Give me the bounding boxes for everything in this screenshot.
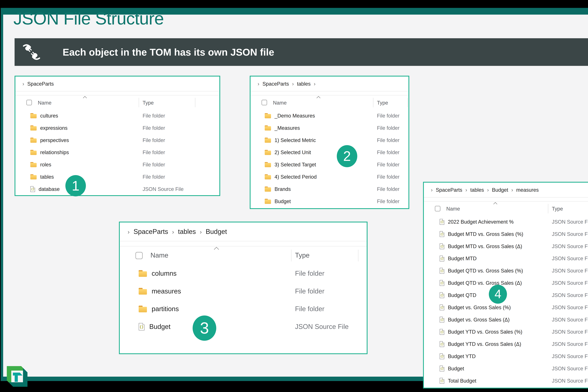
file-row[interactable]: expressionsFile folder <box>15 122 219 134</box>
file-row[interactable]: Budget vs. Gross Sales (Δ)JSON Source Fi… <box>424 314 588 326</box>
json-file-icon <box>440 304 444 310</box>
column-header-name[interactable]: Name <box>446 206 460 212</box>
breadcrumb-item[interactable]: tables <box>297 81 311 87</box>
column-divider[interactable] <box>139 98 139 107</box>
file-row[interactable]: Budget YTD vs. Gross Sales (%)JSON Sourc… <box>424 326 588 338</box>
sort-ascending-icon[interactable] <box>493 202 497 206</box>
file-type: JSON Source File <box>552 243 588 249</box>
tabular-editor-logo <box>5 365 29 388</box>
breadcrumb-item[interactable]: Budget <box>206 228 227 236</box>
column-header-row: Name Type <box>120 246 367 264</box>
file-row[interactable]: BudgetJSON Source File <box>424 362 588 375</box>
file-row[interactable]: Budget MTD vs. Gross Sales (%)JSON Sourc… <box>424 228 588 240</box>
json-file-icon <box>440 341 444 347</box>
file-row[interactable]: Budget YTD vs. Gross Sales (Δ)JSON Sourc… <box>424 338 588 350</box>
breadcrumb-item[interactable]: SpaceParts <box>436 187 462 193</box>
column-divider[interactable] <box>358 250 359 262</box>
file-row[interactable]: 1) Selected MetricFile folder <box>250 134 408 146</box>
file-row[interactable]: culturesFile folder <box>15 110 219 122</box>
file-row[interactable]: columnsFile folder <box>120 264 367 282</box>
folder-icon <box>30 162 37 167</box>
file-name: cultures <box>40 113 58 119</box>
breadcrumb-item[interactable]: Budget <box>492 187 508 193</box>
file-row[interactable]: relationshipsFile folder <box>15 146 219 158</box>
json-file-icon <box>440 292 444 298</box>
file-row[interactable]: Total BudgetJSON Source File <box>424 375 588 387</box>
file-row[interactable]: _Demo MeasuresFile folder <box>250 110 408 122</box>
file-row[interactable]: databaseJSON Source File <box>15 183 219 195</box>
file-name: partitions <box>152 305 179 313</box>
file-row[interactable]: BudgetFile folder <box>250 195 408 208</box>
file-type: JSON Source File <box>552 280 588 286</box>
file-row[interactable]: rolesFile folder <box>15 158 219 171</box>
file-row[interactable]: Budget YTDJSON Source File <box>424 350 588 362</box>
file-name: Budget QTD vs. Gross Sales (Δ) <box>448 280 522 286</box>
breadcrumb-item[interactable]: tables <box>470 187 484 193</box>
file-name: Budget QTD <box>448 292 476 298</box>
column-divider[interactable] <box>291 250 291 262</box>
chevron-right-icon: › <box>172 228 174 235</box>
file-type: JSON Source File <box>552 292 588 298</box>
chevron-right-icon: › <box>128 228 130 235</box>
file-name: Budget <box>448 366 464 372</box>
explorer-panel-measures: ›SpaceParts›tables›Budget›measures Name … <box>423 182 588 388</box>
breadcrumb-item[interactable]: SpaceParts <box>262 81 289 87</box>
file-name: 1) Selected Metric <box>275 137 316 143</box>
file-row[interactable]: 4) Selected PeriodFile folder <box>250 171 408 183</box>
folder-icon <box>265 199 271 204</box>
file-row[interactable]: measuresFile folder <box>120 282 367 300</box>
file-row[interactable]: _MeasuresFile folder <box>250 122 408 134</box>
file-row[interactable]: tablesFile folder <box>15 171 219 183</box>
json-file-icon <box>440 317 444 322</box>
file-row[interactable]: Budget QTD vs. Gross Sales (Δ)JSON Sourc… <box>424 277 588 289</box>
chevron-right-icon: › <box>431 187 433 193</box>
column-header-type[interactable]: Type <box>552 206 563 212</box>
file-row[interactable]: Budget MTDJSON Source File <box>424 252 588 264</box>
file-row[interactable]: Budget vs. Gross Sales (%)JSON Source Fi… <box>424 301 588 314</box>
explorer-panel-tables: ›SpaceParts›tables› Name Type _Demo Meas… <box>250 76 409 209</box>
select-all-checkbox[interactable] <box>136 252 143 259</box>
column-header-name[interactable]: Name <box>273 100 287 106</box>
select-all-checkbox[interactable] <box>435 206 440 211</box>
file-type: File folder <box>377 137 399 143</box>
file-row[interactable]: BrandsFile folder <box>250 183 408 195</box>
column-header-name[interactable]: Name <box>38 100 51 106</box>
file-row[interactable]: partitionsFile folder <box>120 300 367 318</box>
file-type: File folder <box>295 305 324 313</box>
breadcrumb-item[interactable]: tables <box>178 228 196 236</box>
file-row[interactable]: perspectivesFile folder <box>15 134 219 146</box>
file-row[interactable]: Budget MTD vs. Gross Sales (Δ)JSON Sourc… <box>424 240 588 252</box>
file-row[interactable]: 2022 Budget Achievement %JSON Source Fil… <box>424 216 588 228</box>
breadcrumb-item[interactable]: SpaceParts <box>134 228 168 236</box>
explorer-panel-budget: ›SpaceParts›tables›Budget Name Type colu… <box>119 222 368 354</box>
folder-icon <box>30 113 37 118</box>
file-row[interactable]: Budget QTD vs. Gross Sales (%)JSON Sourc… <box>424 264 588 277</box>
column-divider[interactable] <box>373 98 373 107</box>
file-row[interactable]: 3) Selected TargetFile folder <box>250 158 408 171</box>
breadcrumb-item[interactable]: SpaceParts <box>27 81 54 87</box>
column-divider[interactable] <box>195 98 195 107</box>
column-header-type[interactable]: Type <box>143 100 154 106</box>
column-divider[interactable] <box>548 204 548 213</box>
file-type: File folder <box>377 174 399 180</box>
banner-text: Each object in the TOM has its own JSON … <box>63 46 274 58</box>
file-name: Budget YTD vs. Gross Sales (%) <box>448 329 522 335</box>
step-badge-2: 2 <box>337 145 357 167</box>
sort-ascending-icon[interactable] <box>316 96 320 100</box>
file-type: File folder <box>377 113 399 119</box>
column-header-type[interactable]: Type <box>295 252 310 260</box>
breadcrumb-item[interactable]: measures <box>516 187 539 193</box>
select-all-checkbox[interactable] <box>262 100 267 105</box>
column-header-type[interactable]: Type <box>377 100 388 106</box>
sort-ascending-icon[interactable] <box>83 96 87 100</box>
file-name: Budget QTD vs. Gross Sales (%) <box>448 268 523 274</box>
chevron-right-icon: › <box>200 228 202 235</box>
chevron-right-icon: › <box>511 187 513 193</box>
select-all-checkbox[interactable] <box>26 100 32 105</box>
column-header-name[interactable]: Name <box>151 252 168 260</box>
file-row[interactable]: 2) Selected UnitFile folder <box>250 146 408 158</box>
sort-ascending-icon[interactable] <box>214 247 219 252</box>
file-row[interactable]: BudgetJSON Source File <box>120 318 367 336</box>
file-type: JSON Source File <box>552 341 588 347</box>
column-divider[interactable] <box>407 98 407 107</box>
